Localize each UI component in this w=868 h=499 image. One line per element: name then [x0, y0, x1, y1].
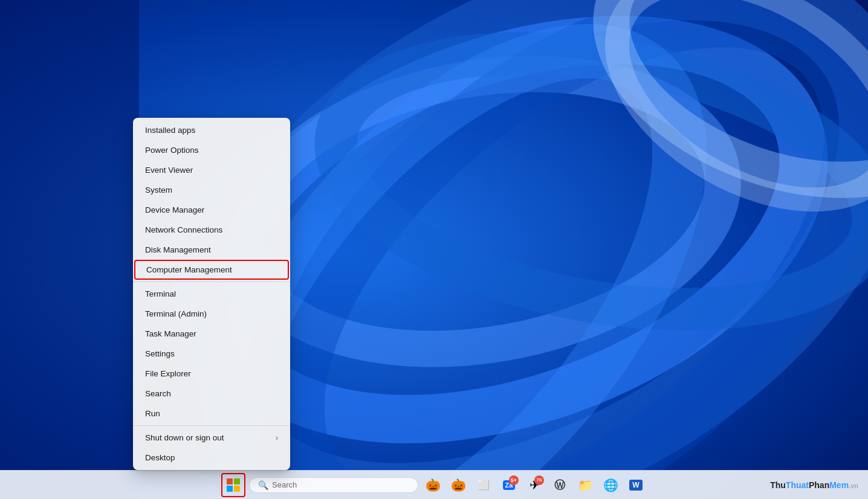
taskview-icon: ⬜ [478, 479, 490, 491]
menu-item-terminal[interactable]: Terminal [133, 284, 290, 304]
menu-item-settings[interactable]: Settings [133, 344, 290, 364]
svg-rect-9 [0, 0, 139, 499]
taskbar-icon-word[interactable]: W [625, 474, 647, 496]
taskbar-icon-word-w[interactable]: Ⓦ [549, 474, 571, 496]
widgets2-emoji: 🎃 [451, 478, 466, 492]
menu-item-label-terminal-admin: Terminal (Admin) [145, 309, 207, 318]
taskbar-icon-zalo[interactable]: Za 5+ [498, 474, 520, 496]
taskbar-icon-telegram[interactable]: ✈ 76 [523, 474, 545, 496]
taskbar-icon-chrome[interactable]: 🌐 [600, 474, 621, 496]
menu-item-label-terminal: Terminal [145, 289, 176, 298]
chrome-icon: 🌐 [603, 478, 618, 492]
menu-item-label-network-connections: Network Connections [145, 225, 222, 234]
brand-area: ThuThuatPhanMem.vn [770, 480, 858, 490]
menu-item-network-connections[interactable]: Network Connections [133, 220, 290, 240]
menu-item-disk-management[interactable]: Disk Management [133, 240, 290, 260]
menu-item-power-options[interactable]: Power Options [133, 140, 290, 160]
menu-item-label-computer-management: Computer Management [146, 265, 232, 274]
menu-item-label-settings: Settings [145, 349, 175, 358]
word-icon: W [629, 480, 642, 491]
search-icon: 🔍 [258, 480, 268, 490]
menu-item-label-search: Search [145, 389, 171, 398]
brand-thuat: Thuat [786, 480, 809, 490]
menu-item-label-file-explorer: File Explorer [145, 369, 191, 378]
telegram-badge: 76 [534, 475, 544, 485]
menu-item-label-desktop: Desktop [145, 453, 175, 462]
brand-thu: Thu [770, 480, 786, 490]
menu-item-task-manager[interactable]: Task Manager [133, 324, 290, 344]
menu-item-label-task-manager: Task Manager [145, 329, 196, 338]
menu-divider [133, 282, 290, 282]
context-menu: Installed appsPower OptionsEvent ViewerS… [133, 118, 290, 470]
windows-logo-icon [227, 478, 240, 492]
menu-item-arrow-shut-down: › [276, 434, 278, 442]
menu-item-label-power-options: Power Options [145, 146, 199, 155]
widgets-emoji: 🎃 [426, 478, 441, 492]
search-label: Search [272, 480, 297, 489]
brand-phan: Phan [809, 480, 829, 490]
menu-item-system[interactable]: System [133, 180, 290, 200]
menu-item-computer-management[interactable]: Computer Management [134, 260, 289, 280]
menu-item-shut-down[interactable]: Shut down or sign out› [133, 428, 290, 448]
menu-item-label-shut-down: Shut down or sign out [145, 433, 224, 442]
menu-item-label-system: System [145, 185, 172, 195]
taskbar-search[interactable]: 🔍 Search [249, 477, 418, 493]
taskbar-center: 🔍 Search 🎃 🎃 ⬜ Za 5+ ✈ 76 [221, 473, 647, 497]
start-button[interactable] [221, 473, 245, 497]
menu-item-terminal-admin[interactable]: Terminal (Admin) [133, 304, 290, 324]
taskbar-icon-widgets2[interactable]: 🎃 [447, 474, 469, 496]
brand-vn: .vn [849, 482, 858, 489]
menu-item-label-event-viewer: Event Viewer [145, 166, 193, 175]
menu-divider [133, 425, 290, 426]
menu-item-event-viewer[interactable]: Event Viewer [133, 160, 290, 180]
taskbar: 🔍 Search 🎃 🎃 ⬜ Za 5+ ✈ 76 [0, 470, 868, 499]
menu-item-label-device-manager: Device Manager [145, 205, 204, 214]
menu-item-file-explorer[interactable]: File Explorer [133, 364, 290, 384]
menu-item-label-disk-management: Disk Management [145, 245, 211, 254]
taskbar-icon-widgets[interactable]: 🎃 [422, 474, 444, 496]
files-icon: 📁 [578, 478, 593, 492]
zalo-badge: 5+ [509, 475, 519, 485]
brand-mem: Mem [829, 480, 849, 490]
taskbar-icon-taskview[interactable]: ⬜ [473, 474, 494, 496]
menu-item-search[interactable]: Search [133, 384, 290, 404]
menu-item-label-installed-apps: Installed apps [145, 126, 195, 135]
taskbar-icon-files[interactable]: 📁 [574, 474, 596, 496]
brand-text: ThuThuatPhanMem.vn [770, 480, 858, 490]
menu-item-label-run: Run [145, 409, 160, 418]
desktop: Installed appsPower OptionsEvent ViewerS… [0, 0, 868, 499]
w-icon: Ⓦ [554, 478, 565, 492]
menu-item-installed-apps[interactable]: Installed apps [133, 120, 290, 140]
menu-item-run[interactable]: Run [133, 404, 290, 423]
menu-item-desktop[interactable]: Desktop [133, 448, 290, 468]
menu-item-device-manager[interactable]: Device Manager [133, 200, 290, 220]
